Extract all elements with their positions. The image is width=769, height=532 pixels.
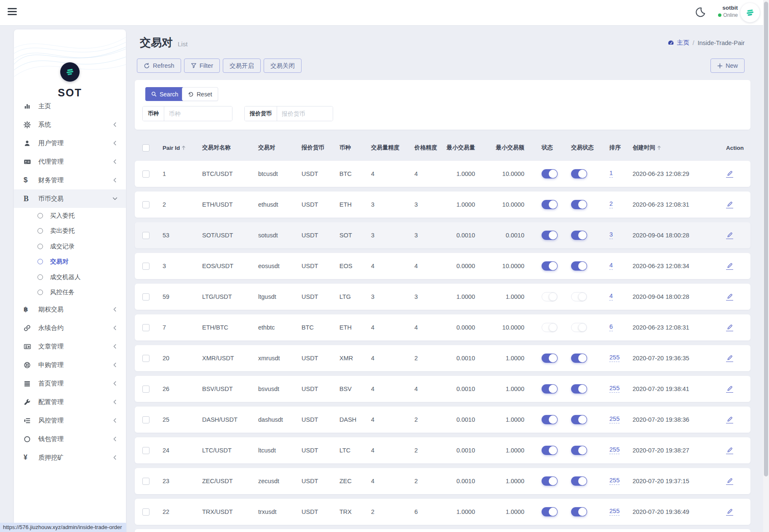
trade-close-button[interactable]: 交易关闭 <box>264 59 302 73</box>
row-checkbox[interactable] <box>142 416 150 423</box>
edit-button[interactable] <box>726 508 733 516</box>
sort-link[interactable]: 2 <box>609 201 613 208</box>
sort-link[interactable]: 255 <box>609 508 619 516</box>
sidebar-item-20[interactable]: ¥质押挖矿 <box>14 448 126 467</box>
trade-status-toggle[interactable] <box>571 415 587 424</box>
row-checkbox[interactable] <box>142 508 150 516</box>
sort-link[interactable]: 1 <box>609 170 613 178</box>
edit-button[interactable] <box>726 170 733 178</box>
trade-status-toggle[interactable] <box>571 384 587 394</box>
refresh-button[interactable]: Refresh <box>137 59 181 73</box>
status-toggle[interactable] <box>542 384 558 394</box>
row-checkbox[interactable] <box>142 447 150 454</box>
row-checkbox[interactable] <box>142 478 150 485</box>
trade-status-toggle[interactable] <box>571 507 587 516</box>
status-toggle[interactable] <box>542 169 558 178</box>
edit-button[interactable] <box>726 324 733 332</box>
status-toggle[interactable] <box>542 446 558 455</box>
sort-link[interactable]: 255 <box>609 416 619 423</box>
avatar[interactable] <box>740 3 760 22</box>
edit-button[interactable] <box>726 201 733 209</box>
trade-status-toggle[interactable] <box>571 354 587 363</box>
sidebar-item-3[interactable]: 代理管理 <box>14 152 126 171</box>
edit-button[interactable] <box>726 354 733 362</box>
status-toggle[interactable] <box>542 507 558 516</box>
sort-link[interactable]: 255 <box>609 447 619 454</box>
edit-button[interactable] <box>726 447 733 455</box>
sidebar-item-15[interactable]: 申购管理 <box>14 356 126 374</box>
sidebar-item-18[interactable]: 风控管理 <box>14 411 126 430</box>
edit-button[interactable] <box>726 293 733 301</box>
sidebar-subitem-8[interactable]: 成交记录 <box>14 239 126 254</box>
scrollbar-thumb[interactable] <box>764 2 768 476</box>
table-row: 26BSV/USDTbsvusdtUSDTBSV440.00101.000025… <box>135 376 750 402</box>
sidebar-subitem-9[interactable]: 交易对 <box>14 254 126 270</box>
sidebar-item-19[interactable]: 钱包管理 <box>14 430 126 448</box>
sidebar-item-4[interactable]: $财务管理 <box>14 171 126 189</box>
status-toggle[interactable] <box>542 231 558 240</box>
sidebar-subitem-6[interactable]: 买入委托 <box>14 208 126 223</box>
row-checkbox[interactable] <box>142 324 150 331</box>
sort-link[interactable]: 3 <box>609 231 613 239</box>
sidebar-item-2[interactable]: 用户管理 <box>14 134 126 152</box>
column-header-pair-id[interactable]: Pair Id <box>163 145 202 151</box>
sort-link[interactable]: 4 <box>609 293 613 301</box>
status-toggle[interactable] <box>542 292 558 301</box>
sidebar-item-13[interactable]: 永续合约 <box>14 319 126 337</box>
edit-button[interactable] <box>726 477 733 485</box>
status-toggle[interactable] <box>542 415 558 424</box>
sidebar-item-16[interactable]: 首页管理 <box>14 374 126 393</box>
edit-button[interactable] <box>726 416 733 424</box>
sidebar-item-1[interactable]: 系统 <box>14 115 126 134</box>
row-checkbox[interactable] <box>142 355 150 362</box>
trade-status-toggle[interactable] <box>571 169 587 178</box>
select-all-checkbox[interactable] <box>142 144 150 152</box>
sort-link[interactable]: 255 <box>609 354 619 362</box>
menu-toggle-icon[interactable] <box>8 8 19 17</box>
status-toggle[interactable] <box>542 323 558 332</box>
edit-button[interactable] <box>726 385 733 393</box>
sort-link[interactable]: 255 <box>609 385 619 393</box>
row-checkbox[interactable] <box>142 293 150 301</box>
sidebar-item-12[interactable]: ฿期权交易 <box>14 300 126 319</box>
reset-button[interactable]: Reset <box>182 87 218 101</box>
breadcrumb-home-link[interactable]: 主页 <box>668 39 689 47</box>
trade-open-button[interactable]: 交易开启 <box>223 59 261 73</box>
trade-status-toggle[interactable] <box>571 446 587 455</box>
sidebar-item-0[interactable]: 主页 <box>14 97 126 115</box>
cell-quote-currency: USDT <box>302 386 339 392</box>
search-icon <box>151 91 157 97</box>
coin-input[interactable] <box>164 106 232 121</box>
sort-link[interactable]: 6 <box>609 324 613 331</box>
search-button[interactable]: Search <box>145 87 184 101</box>
row-checkbox[interactable] <box>142 170 150 178</box>
edit-button[interactable] <box>726 262 733 270</box>
status-toggle[interactable] <box>542 354 558 363</box>
sidebar-item-5[interactable]: B币币交易 <box>14 189 126 208</box>
sidebar-subitem-7[interactable]: 卖出委托 <box>14 223 126 239</box>
trade-status-toggle[interactable] <box>571 261 587 271</box>
sidebar-item-17[interactable]: 配置管理 <box>14 393 126 411</box>
status-toggle[interactable] <box>542 200 558 209</box>
sidebar-subitem-10[interactable]: 成交机器人 <box>14 269 126 285</box>
quote-currency-input[interactable] <box>277 106 333 121</box>
filter-button[interactable]: Filter <box>184 59 220 73</box>
row-checkbox[interactable] <box>142 386 150 393</box>
row-checkbox[interactable] <box>142 263 150 270</box>
trade-status-toggle[interactable] <box>571 292 587 301</box>
trade-status-toggle[interactable] <box>571 200 587 209</box>
trade-status-toggle[interactable] <box>571 323 587 332</box>
status-toggle[interactable] <box>542 476 558 486</box>
trade-status-toggle[interactable] <box>571 231 587 240</box>
sort-link[interactable]: 255 <box>609 477 619 485</box>
sidebar-subitem-11[interactable]: 风控任务 <box>14 285 126 301</box>
row-checkbox[interactable] <box>142 232 150 239</box>
row-checkbox[interactable] <box>142 201 150 208</box>
edit-button[interactable] <box>726 231 733 239</box>
trade-status-toggle[interactable] <box>571 476 587 486</box>
sidebar-item-14[interactable]: 文章管理 <box>14 337 126 356</box>
sort-link[interactable]: 4 <box>609 262 613 270</box>
status-toggle[interactable] <box>542 261 558 271</box>
column-header-创建时间[interactable]: 创建时间 <box>633 144 720 152</box>
new-button[interactable]: New <box>710 59 745 73</box>
